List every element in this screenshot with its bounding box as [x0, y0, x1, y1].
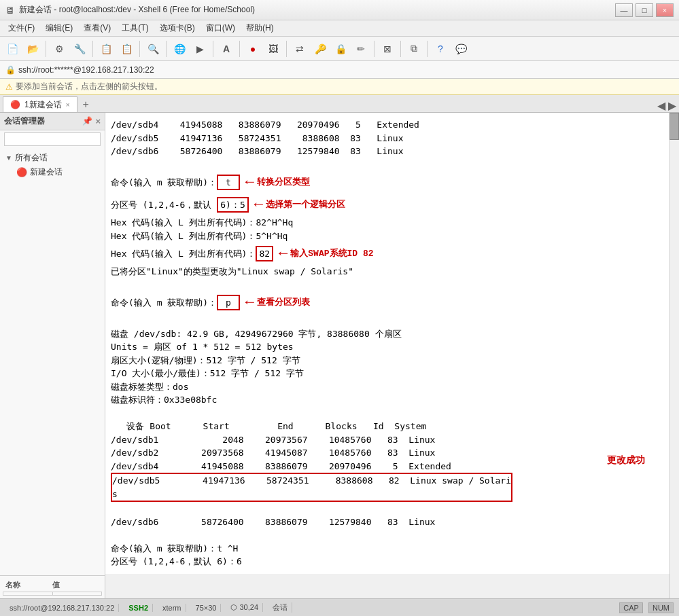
menubar: 文件(F) 编辑(E) 查看(V) 工具(T) 选项卡(B) 窗口(W) 帮助(…	[0, 20, 679, 37]
expand-icon: ▼	[5, 154, 12, 162]
toolbar-sep-6	[239, 41, 240, 57]
sidebar-search-area	[0, 130, 105, 148]
menu-window[interactable]: 窗口(W)	[201, 21, 241, 35]
new-button[interactable]: 📄	[3, 39, 22, 58]
arrow-p: ← 查看分区列表	[245, 291, 310, 314]
line-changed: 已将分区"Linux"的类型更改为"Linux swap / Solaris"	[111, 265, 665, 278]
scrollbar[interactable]	[669, 113, 679, 598]
prop-value-header: 值	[52, 580, 99, 590]
sidebar: 会话管理器 📌 × ▼ 所有会话 🔴 新建会话	[0, 113, 105, 598]
prop-name-header: 名称	[5, 580, 52, 590]
menu-edit[interactable]: 编辑(E)	[40, 21, 78, 35]
line-2: /dev/sdb5 41947136 58724351 8388608 83 L…	[111, 132, 665, 145]
connect-button[interactable]: 🌐	[170, 39, 189, 58]
cmd-t-line: 命令(输入 m 获取帮助)： t ← 转换分区类型	[111, 171, 665, 194]
edit2-button[interactable]: ✏	[351, 39, 370, 58]
status-caps: CAP	[619, 602, 643, 613]
btn4[interactable]: 📋	[97, 39, 116, 58]
sidebar-tree-sub: 🔴 新建会话	[3, 165, 102, 179]
terminal-wrapper: /dev/sdb4 41945088 83886079 20970496 5 E…	[105, 113, 679, 598]
sidebar-pin-icon[interactable]: 📌	[82, 116, 92, 126]
annotation-view-list: 查看分区列表	[257, 296, 310, 310]
toolbar-sep-7	[286, 41, 287, 57]
sidebar-title: 会话管理器	[4, 115, 45, 127]
close-button[interactable]: ×	[656, 3, 674, 17]
toolbar-sep-9	[400, 41, 401, 57]
key-button[interactable]: 🔑	[311, 39, 330, 58]
sdb5-highlight-box: /dev/sdb5 41947136 58724351 8388608 82 L…	[111, 473, 512, 502]
maximize-button[interactable]: □	[636, 3, 653, 17]
copy2-button[interactable]: ⧉	[404, 39, 423, 58]
toolbar-sep-4	[166, 41, 167, 57]
toolbar-sep-10	[427, 41, 428, 57]
sidebar-header-icons: 📌 ×	[82, 116, 101, 126]
content-wrapper: 🔴 1新建会话 × + ◀ ▶ 会话管理器 📌 ×	[0, 95, 679, 616]
menu-help[interactable]: 帮助(H)	[241, 21, 279, 35]
line-partnum2: 分区号 (1,2,4-6，默认 6)：6	[111, 555, 665, 568]
stop-button[interactable]: ⊠	[378, 39, 397, 58]
line-units: Units = 扇区 of 1 * 512 = 512 bytes	[111, 340, 665, 354]
help-button[interactable]: ?	[431, 39, 450, 58]
line-3: /dev/sdb6 58726400 83886079 12579840 83 …	[111, 145, 665, 158]
toolbar-sep-1	[46, 41, 46, 57]
infobar-text: 要添加当前会话，点击左侧的箭头按钮。	[16, 81, 162, 92]
menu-tools[interactable]: 工具(T)	[116, 21, 154, 35]
tab-next-button[interactable]: ▶	[668, 99, 676, 112]
status-connection: ssh://root@192.168.217.130:22	[5, 604, 119, 612]
line-sdb2: /dev/sdb2 20973568 41945087 10485760 83 …	[111, 446, 665, 460]
line-labeltype: 磁盘标签类型：dos	[111, 380, 665, 394]
img-button[interactable]: 🖼	[264, 39, 283, 58]
minimize-button[interactable]: —	[615, 3, 633, 17]
chat-button[interactable]: 💬	[451, 39, 470, 58]
sidebar-item-all-sessions[interactable]: 所有会话	[15, 152, 48, 164]
btn7[interactable]: ▶	[190, 39, 209, 58]
annotation-change-type: 转换分区类型	[257, 176, 310, 189]
prop-table	[3, 592, 102, 596]
tab-new-session[interactable]: 🔴 1新建会话 ×	[3, 96, 77, 112]
menu-view[interactable]: 查看(V)	[78, 21, 116, 35]
addressbar: 🔒 ssh://root:******@192.168.217.130:22	[0, 61, 679, 79]
app-icon: 🖥	[5, 5, 15, 16]
toolbar-sep-5	[213, 41, 213, 57]
search-button[interactable]: 🔍	[143, 39, 162, 58]
sidebar-item-new-session[interactable]: 🔴 新建会话	[14, 165, 102, 179]
transfer-button[interactable]: ⇄	[290, 39, 309, 58]
sidebar-close-icon[interactable]: ×	[95, 116, 101, 126]
line-blank-3	[111, 314, 665, 327]
annotation-select-logical: 选择第一个逻辑分区	[266, 198, 345, 212]
lock-button[interactable]: 🔒	[331, 39, 350, 58]
bold-button[interactable]: A	[217, 39, 236, 58]
sidebar-bottom: 名称 值	[0, 575, 105, 598]
prop-header: 名称 值	[3, 579, 102, 592]
status-num: NUM	[648, 602, 674, 613]
tab-prev-button[interactable]: ◀	[657, 99, 665, 112]
folder-button[interactable]: 📂	[23, 39, 42, 58]
line-blank-4	[111, 407, 665, 420]
tab-add-button[interactable]: +	[77, 96, 94, 112]
status-protocol: SSH2	[124, 604, 153, 612]
menu-tab[interactable]: 选项卡(B)	[154, 21, 201, 35]
btn3[interactable]: 🔧	[70, 39, 89, 58]
hex-82-box: 82	[256, 246, 273, 262]
line-blank-1	[111, 158, 665, 172]
scroll-thumb[interactable]	[669, 113, 679, 140]
menu-file[interactable]: 文件(F)	[3, 21, 40, 35]
line-partnum: 分区号 (1,2,4-6，默认 6)：5	[111, 197, 249, 213]
rec-button[interactable]: ●	[243, 39, 262, 58]
sidebar-item-expand[interactable]: ▼ 所有会话	[3, 151, 102, 165]
position-value: 30,24	[240, 603, 259, 611]
cmd-p-box: p	[217, 295, 239, 311]
window-controls[interactable]: — □ ×	[615, 3, 674, 17]
line-sdb4: /dev/sdb4 41945088 83886079 20970496 5 E…	[111, 460, 665, 473]
terminal[interactable]: /dev/sdb4 41945088 83886079 20970496 5 E…	[105, 113, 679, 574]
btn2[interactable]: ⚙	[50, 39, 69, 58]
sidebar-search-input[interactable]	[4, 132, 101, 146]
tab-close-button[interactable]: ×	[66, 101, 70, 109]
status-position: ⬡ 30,24	[226, 603, 263, 612]
lock-icon: 🔒	[5, 65, 16, 75]
status-session-label: 会话	[268, 602, 292, 613]
cmd-t-box: t	[217, 175, 239, 191]
btn5[interactable]: 📋	[117, 39, 136, 58]
sidebar-item-session-label: 新建会话	[30, 166, 63, 178]
of-word: of	[176, 342, 187, 352]
